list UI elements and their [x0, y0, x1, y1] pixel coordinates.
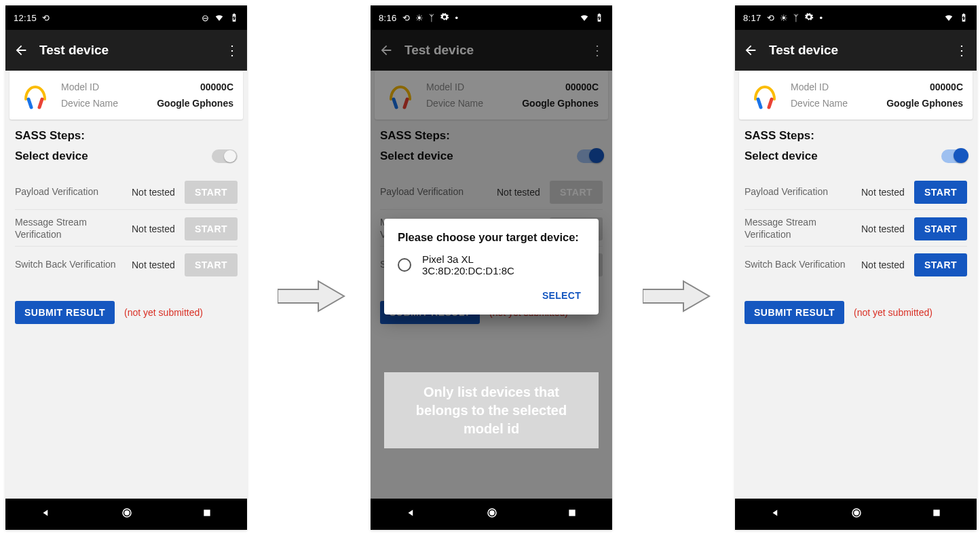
nav-recents-icon[interactable]: [567, 507, 578, 521]
model-id-label: Model ID: [61, 82, 99, 92]
status-bar: 8:17 ⟲ ☀ ᛉ •: [735, 5, 977, 30]
submit-status-note: (not yet submitted): [854, 307, 932, 318]
gear-icon: [804, 12, 814, 24]
test-status: Not tested: [861, 187, 909, 198]
nav-back-icon[interactable]: [40, 507, 52, 522]
submit-result-button[interactable]: SUBMIT RESULT: [15, 301, 115, 324]
start-button[interactable]: START: [185, 253, 238, 276]
svg-point-3: [124, 510, 130, 516]
dnd-icon: ⊖: [202, 13, 209, 23]
loop-icon: ⟲: [767, 13, 774, 23]
nav-home-icon[interactable]: [850, 507, 863, 522]
test-row: Payload Verification Not tested START: [745, 174, 967, 209]
test-list: Payload Verification Not tested START Me…: [745, 174, 967, 282]
nav-back-icon[interactable]: [770, 507, 782, 522]
more-button[interactable]: ⋮: [952, 43, 968, 57]
test-name: Message Stream Verification: [15, 217, 126, 240]
sun-icon: ☀: [415, 13, 423, 23]
device-name-value: Google Gphones: [157, 98, 233, 109]
test-row: Switch Back Verification Not tested STAR…: [745, 246, 967, 282]
svg-rect-7: [569, 509, 576, 516]
dot-icon: •: [819, 13, 823, 23]
nav-home-icon[interactable]: [121, 507, 133, 522]
start-button[interactable]: START: [185, 181, 238, 204]
test-name: Message Stream Verification: [745, 217, 856, 240]
test-row: Switch Back Verification Not tested STAR…: [15, 246, 238, 282]
svg-point-6: [489, 510, 495, 516]
test-name: Switch Back Verification: [745, 259, 856, 271]
sass-steps-title: SASS Steps:: [15, 129, 238, 143]
select-device-toggle[interactable]: [941, 149, 967, 163]
start-button[interactable]: START: [914, 253, 967, 276]
screen-3: 8:17 ⟲ ☀ ᛉ • Test device ⋮ Model ID00000…: [735, 5, 977, 530]
nav-bar: [371, 499, 612, 530]
model-id-value: 00000C: [930, 82, 963, 92]
status-time: 8:16: [379, 13, 397, 23]
nav-home-icon[interactable]: [486, 507, 498, 522]
svg-point-9: [854, 510, 859, 516]
sass-steps-title: SASS Steps:: [745, 129, 967, 143]
status-bar: 8:16 ⟲ ☀ ᛉ •: [371, 5, 612, 30]
select-device-label: Select device: [745, 149, 818, 163]
dot-icon: •: [455, 13, 458, 23]
start-button[interactable]: START: [185, 217, 238, 240]
test-name: Payload Verification: [745, 186, 856, 198]
screen-1: 12:15 ⟲ ⊖ Test device ⋮ Model ID00000C D…: [5, 5, 247, 530]
start-button[interactable]: START: [914, 217, 967, 240]
screen-2: 8:16 ⟲ ☀ ᛉ • Test device ⋮ Model ID00000…: [371, 5, 612, 530]
battery-icon: [959, 13, 968, 22]
target-device-dialog: Please choose your target device: Pixel …: [384, 219, 599, 315]
status-time: 8:17: [743, 13, 761, 23]
loop-icon: ⟲: [42, 13, 50, 23]
svg-marker-0: [278, 281, 344, 311]
battery-icon: [595, 13, 604, 22]
nav-bar: [735, 499, 977, 530]
device-card: Model ID00000C Device NameGoogle Gphones: [10, 71, 243, 120]
nav-back-icon[interactable]: [405, 507, 417, 522]
wifi-icon: [214, 13, 224, 22]
test-status: Not tested: [132, 187, 179, 198]
device-card: Model ID00000C Device NameGoogle Gphones: [739, 71, 973, 120]
status-time: 12:15: [14, 13, 37, 23]
submit-status-note: (not yet submitted): [124, 307, 203, 318]
test-list: Payload Verification Not tested START Me…: [15, 174, 238, 282]
nav-recents-icon[interactable]: [202, 507, 212, 521]
test-name: Switch Back Verification: [15, 259, 126, 271]
test-row: Payload Verification Not tested START: [15, 174, 238, 209]
start-button[interactable]: START: [914, 181, 967, 204]
dialog-title: Please choose your target device:: [398, 231, 585, 244]
test-status: Not tested: [132, 223, 179, 234]
device-name-label: Device Name: [61, 98, 118, 109]
appbar-title: Test device: [39, 43, 223, 58]
radio-icon[interactable]: [398, 258, 411, 272]
svg-rect-10: [934, 509, 940, 516]
gear-icon: [440, 12, 449, 24]
arrow-right-icon: [643, 280, 711, 312]
dialog-option[interactable]: Pixel 3a XL 3C:8D:20:DC:D1:8C: [398, 253, 585, 276]
battery-icon: [229, 13, 239, 22]
model-id-label: Model ID: [791, 82, 829, 92]
sun-icon: ☀: [780, 13, 788, 23]
headphones-icon: [19, 79, 52, 111]
device-name-value: Google Gphones: [886, 98, 963, 109]
back-button[interactable]: [743, 43, 758, 58]
back-button[interactable]: [14, 43, 29, 58]
nav-bar: [5, 499, 247, 530]
dialog-option-mac: 3C:8D:20:DC:D1:8C: [422, 265, 514, 276]
select-device-toggle[interactable]: [212, 149, 238, 163]
fork-icon: ᛉ: [793, 13, 799, 23]
app-bar: Test device ⋮: [735, 30, 977, 71]
appbar-title: Test device: [769, 43, 952, 58]
test-status: Not tested: [132, 259, 179, 270]
select-device-label: Select device: [15, 149, 88, 163]
test-status: Not tested: [861, 223, 909, 234]
annotation-overlay: Only list devices that belongs to the se…: [384, 372, 599, 448]
model-id-value: 00000C: [200, 82, 233, 92]
device-name-label: Device Name: [791, 98, 848, 109]
more-button[interactable]: ⋮: [223, 43, 239, 57]
nav-recents-icon[interactable]: [931, 507, 942, 521]
wifi-icon: [944, 13, 954, 22]
submit-result-button[interactable]: SUBMIT RESULT: [745, 301, 844, 324]
dialog-select-button[interactable]: SELECT: [538, 283, 585, 308]
arrow-right-icon: [278, 280, 345, 312]
